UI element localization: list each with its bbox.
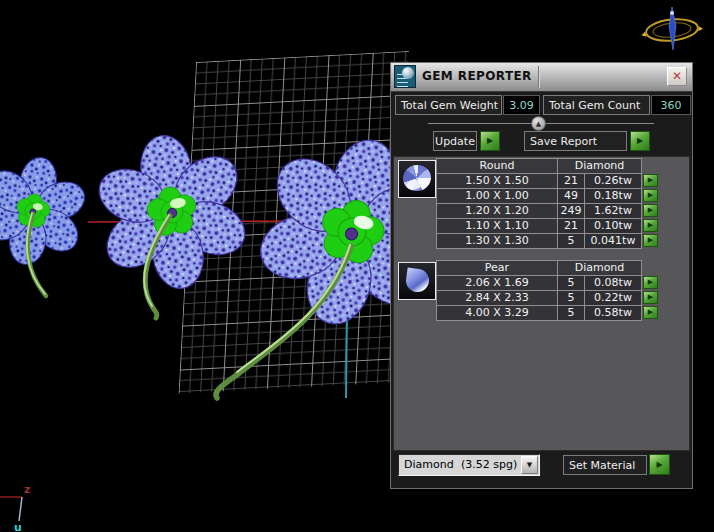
titlebar-divider — [538, 66, 539, 88]
table-row: 2.84 X 2.33 5 0.22tw ▶ — [437, 290, 658, 306]
select-gems-button[interactable]: ▶ — [643, 276, 658, 289]
table-row: 1.20 X 1.20 249 1.62tw ▶ — [437, 203, 658, 219]
collapse-button[interactable]: ▲ — [531, 116, 546, 131]
save-report-button[interactable]: Save Report — [524, 131, 627, 151]
select-gems-button[interactable]: ▶ — [643, 219, 658, 232]
material-density: (3.52 spg) — [461, 458, 517, 471]
set-material-go-button[interactable]: ▶ — [649, 454, 670, 475]
set-material-button[interactable]: Set Material — [563, 455, 647, 475]
pear-material-header: Diamond — [557, 260, 642, 276]
table-row: 2.06 X 1.69 5 0.08tw ▶ — [437, 275, 658, 291]
table-row: 1.10 X 1.10 21 0.10tw ▶ — [437, 218, 658, 234]
save-report-go-button[interactable]: ▶ — [630, 131, 650, 151]
titlebar[interactable]: GEM REPORTER ✕ — [391, 63, 692, 92]
axis-z-label: z — [24, 483, 30, 496]
table-row: 4.00 X 3.29 5 0.58tw ▶ — [437, 305, 658, 321]
select-gems-button[interactable]: ▶ — [643, 234, 658, 247]
total-gem-weight-label: Total Gem Weight — [395, 95, 502, 115]
select-gems-button[interactable]: ▶ — [643, 204, 658, 217]
select-gems-button[interactable]: ▶ — [643, 291, 658, 304]
window-title: GEM REPORTER — [422, 69, 532, 83]
total-gem-weight-value: 3.09 — [503, 95, 540, 115]
axis-u-label: u — [14, 521, 22, 532]
round-gem-icon — [398, 160, 436, 198]
table-row: 1.50 X 1.50 21 0.26tw ▶ — [437, 173, 658, 189]
gem-list-panel: Round Diamond 1.50 X 1.50 21 0.26tw ▶ 1.… — [393, 156, 690, 451]
round-shape-header: Round — [436, 158, 558, 174]
select-gems-button[interactable]: ▶ — [643, 306, 658, 319]
pear-gem-table: Pear Diamond 2.06 X 1.69 5 0.08tw ▶ 2.84… — [437, 261, 658, 321]
gem-reporter-panel: GEM REPORTER ✕ Total Gem Weight 3.09 Tot… — [390, 62, 693, 489]
total-gem-count-label: Total Gem Count — [543, 95, 650, 115]
update-button[interactable]: Update — [433, 131, 477, 151]
round-gem-table: Round Diamond 1.50 X 1.50 21 0.26tw ▶ 1.… — [437, 159, 658, 249]
pear-shape-header: Pear — [436, 260, 558, 276]
select-gems-button[interactable]: ▶ — [643, 189, 658, 202]
gem-reporter-icon — [394, 65, 416, 88]
flower-small — [0, 148, 97, 296]
round-material-header: Diamond — [557, 158, 642, 174]
close-button[interactable]: ✕ — [667, 67, 687, 86]
table-row: 1.30 X 1.30 5 0.041tw ▶ — [437, 233, 658, 249]
update-go-button[interactable]: ▶ — [480, 131, 500, 151]
material-dropdown-value: Diamond — [404, 458, 454, 471]
view-gimbal-icon[interactable] — [640, 7, 704, 50]
select-gems-button[interactable]: ▶ — [643, 174, 658, 187]
table-row: 1.00 X 1.00 49 0.18tw ▶ — [437, 188, 658, 204]
material-dropdown[interactable]: Diamond (3.52 spg) ▼ — [398, 454, 540, 476]
total-gem-count-value: 360 — [651, 95, 691, 115]
axis-gizmo: z u — [0, 483, 30, 532]
pear-gem-icon — [398, 262, 436, 300]
dropdown-arrow-icon[interactable]: ▼ — [521, 456, 538, 474]
